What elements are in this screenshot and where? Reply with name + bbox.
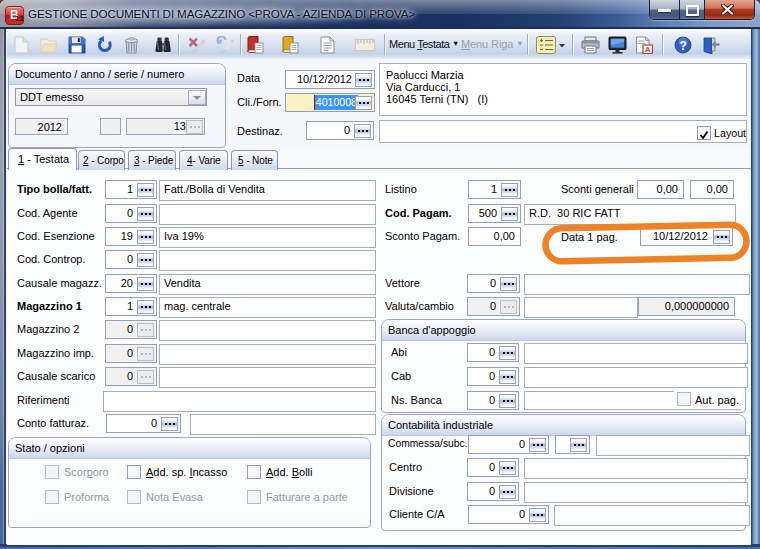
svg-text:?: ? [680, 39, 687, 53]
svg-text:A: A [645, 45, 651, 54]
